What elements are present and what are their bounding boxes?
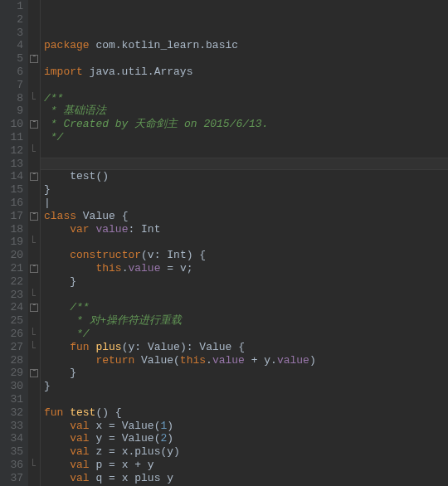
token-kw: fun — [70, 341, 89, 353]
token-kw: class — [44, 210, 76, 222]
fold-close — [28, 236, 40, 249]
token-id: args — [102, 158, 128, 170]
code-line[interactable]: return Value(this.value + y.value) — [44, 354, 448, 367]
token-op: : — [187, 341, 200, 353]
line-number: 19 — [0, 236, 23, 249]
code-line[interactable]: } — [44, 183, 448, 197]
token-prop: value — [128, 262, 160, 275]
code-line[interactable]: */ — [44, 328, 448, 341]
code-line[interactable]: class Value { — [44, 210, 448, 223]
code-line[interactable]: constructor(v: Int) { — [44, 249, 448, 262]
code-line[interactable]: this.value = v; — [44, 262, 448, 275]
token-id — [44, 367, 70, 379]
token-fn: main — [70, 158, 95, 170]
line-number: 10 — [0, 118, 23, 131]
code-line[interactable]: /** — [44, 301, 448, 314]
token-type: Value — [148, 341, 180, 353]
code-line[interactable]: } — [44, 275, 448, 289]
fold-empty — [28, 0, 40, 13]
fold-close — [28, 92, 40, 105]
token-cmtd: * Created by 天命剑主 on 2015/6/13. — [44, 118, 268, 130]
token-op: = — [160, 262, 179, 275]
code-line[interactable]: val z = x.plus(y) — [44, 445, 448, 459]
fold-empty — [28, 380, 40, 393]
fold-marker[interactable] — [28, 210, 40, 223]
line-number: 36 — [0, 459, 23, 472]
token-id: Value — [76, 210, 122, 222]
code-line[interactable]: fun test() { — [44, 406, 448, 420]
token-cmtd: /** — [44, 92, 63, 104]
fold-close — [28, 341, 40, 354]
token-fn: test — [70, 406, 95, 419]
code-line[interactable]: val p = x + y — [44, 459, 448, 472]
code-line[interactable]: | — [44, 197, 448, 210]
line-number: 8 — [0, 92, 23, 105]
line-number: 15 — [0, 183, 23, 197]
token-kw: package — [44, 39, 90, 51]
token-type: Int — [167, 249, 186, 261]
fold-gutter[interactable] — [28, 0, 41, 486]
code-line[interactable]: * Created by 天命剑主 on 2015/6/13. — [44, 118, 448, 131]
code-line[interactable]: val q = x plus y — [44, 472, 448, 485]
fold-empty — [28, 79, 40, 92]
token-cmtd: */ — [76, 328, 90, 340]
token-id: test() — [44, 170, 109, 182]
token-id: y. — [264, 354, 277, 367]
token-id: y = Value( — [90, 432, 161, 445]
line-number: 11 — [0, 131, 23, 144]
token-id — [44, 249, 70, 261]
token-id — [44, 328, 76, 340]
code-editor[interactable]: 1234567891011121314151617181920212223242… — [0, 0, 448, 486]
code-line[interactable]: } — [44, 367, 448, 380]
code-line[interactable]: val y = Value(2) — [44, 432, 448, 445]
token-op: () { — [95, 406, 121, 419]
fold-empty — [28, 131, 40, 144]
code-line[interactable]: val x = Value(1) — [44, 420, 448, 433]
line-number: 14 — [0, 170, 23, 183]
code-line[interactable]: fun plus(y: Value): Value { — [44, 341, 448, 354]
fold-marker[interactable] — [28, 118, 40, 131]
fold-marker[interactable] — [28, 52, 40, 66]
code-line[interactable]: * 对+操作符进行重载 — [44, 314, 448, 328]
code-line[interactable] — [44, 393, 448, 406]
code-line[interactable] — [44, 144, 448, 158]
token-op: ) — [180, 341, 187, 353]
code-line[interactable]: fun main(args: Array<String>) { — [44, 158, 448, 171]
token-kw: return — [95, 354, 134, 367]
line-number: 1 — [0, 0, 23, 13]
code-line[interactable]: test() — [44, 170, 448, 183]
code-line[interactable] — [44, 289, 448, 302]
token-op: ; — [187, 262, 193, 275]
code-area[interactable]: package com.kotlin_learn.basicimport jav… — [41, 0, 448, 486]
fold-marker[interactable] — [28, 367, 40, 380]
code-line[interactable]: /** — [44, 92, 448, 105]
code-line[interactable]: } — [44, 380, 448, 393]
fold-marker[interactable] — [28, 301, 40, 314]
token-id: p = x + y — [90, 459, 154, 471]
code-line[interactable]: */ — [44, 131, 448, 144]
token-op: ) — [167, 432, 173, 445]
token-id: v — [148, 249, 154, 261]
code-line[interactable]: var value: Int — [44, 223, 448, 236]
code-line[interactable]: package com.kotlin_learn.basic — [44, 39, 448, 52]
fold-marker[interactable] — [28, 170, 40, 183]
token-op: : — [154, 249, 168, 261]
token-kw: import — [44, 66, 83, 78]
token-id: z = x.plus(y) — [90, 445, 180, 458]
line-number: 21 — [0, 262, 23, 275]
token-op: ) — [309, 354, 316, 367]
code-line[interactable] — [44, 236, 448, 249]
token-kw: val — [70, 459, 89, 471]
line-number: 26 — [0, 328, 23, 341]
code-line[interactable]: import java.util.Arrays — [44, 66, 448, 79]
token-id: q = x plus y — [90, 472, 173, 484]
token-id — [44, 223, 70, 236]
token-op: } — [70, 275, 76, 288]
token-id — [44, 341, 70, 353]
code-line[interactable] — [44, 52, 448, 66]
fold-marker[interactable] — [28, 262, 40, 275]
code-line[interactable] — [44, 79, 448, 92]
fold-empty — [28, 445, 40, 459]
token-this: this — [95, 262, 121, 275]
code-line[interactable]: * 基础语法 — [44, 104, 448, 118]
